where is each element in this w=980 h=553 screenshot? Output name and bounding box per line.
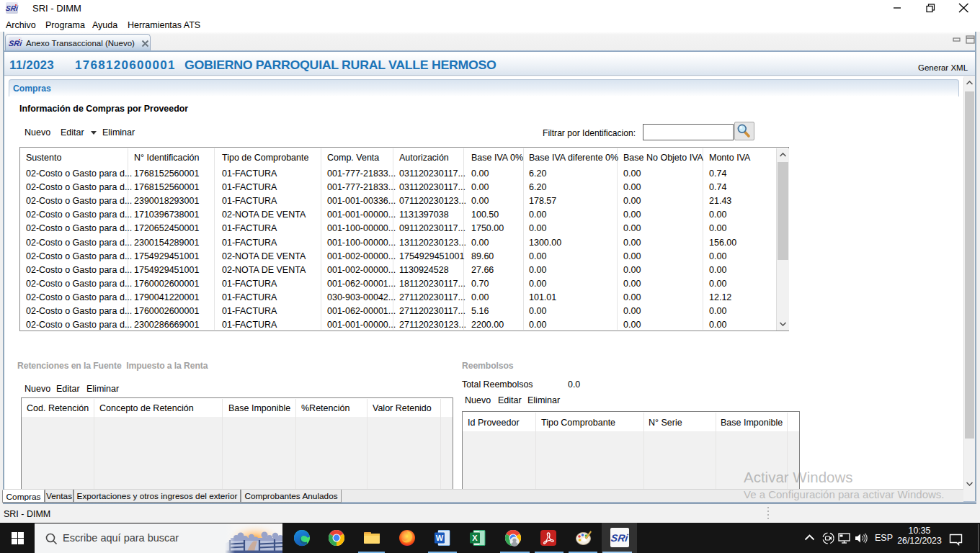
svg-text:X: X [472, 534, 478, 542]
svg-text:W: W [436, 534, 444, 542]
